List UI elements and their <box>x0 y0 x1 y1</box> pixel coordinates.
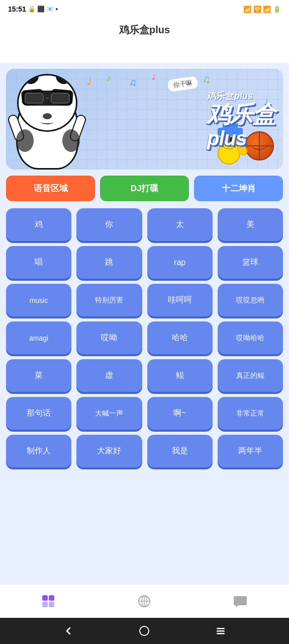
main-content: ♩ ♪ ♫ ♩ ♪ ♫ ♩ ♪ 你干嘛 鸡乐盒plus 鸡乐盒plus <box>0 63 289 584</box>
sound-btn-11[interactable]: 哎哎忽哟 <box>218 284 283 316</box>
sound-btn-25[interactable]: 大家好 <box>76 435 142 467</box>
nav-chat[interactable] <box>223 592 258 611</box>
nav-discover[interactable] <box>127 592 162 611</box>
music-note-1: ♩ <box>86 75 91 88</box>
sound-btn-21[interactable]: 大喊一声 <box>76 397 142 430</box>
banner: ♩ ♪ ♫ ♩ ♪ ♫ ♩ ♪ 你干嘛 鸡乐盒plus 鸡乐盒plus <box>6 69 283 170</box>
music-note-8: ♪ <box>274 109 278 117</box>
svg-rect-23 <box>217 633 225 634</box>
sound-btn-3[interactable]: 美 <box>218 208 283 241</box>
sound-btn-1[interactable]: 你 <box>76 208 142 241</box>
category-zodiac[interactable]: 十二坤肖 <box>194 176 283 201</box>
sys-menu-button[interactable] <box>214 624 228 638</box>
svg-rect-15 <box>49 602 54 607</box>
svg-point-20 <box>140 626 149 635</box>
sound-btn-20[interactable]: 那句话 <box>6 397 71 430</box>
sound-btn-12[interactable]: amagi <box>6 321 71 354</box>
chat-icon <box>233 594 248 609</box>
sys-back-button[interactable] <box>61 624 75 638</box>
sound-grid: 鸡你太美唱跳rap篮球music特别厉害哇呵呵哎哎忽哟amagi哎呦哈哈哎呦哈哈… <box>6 208 283 467</box>
sound-btn-24[interactable]: 制作人 <box>6 435 71 467</box>
sound-btn-18[interactable]: 鲲 <box>147 359 213 392</box>
sound-btn-4[interactable]: 唱 <box>6 246 71 279</box>
svg-rect-22 <box>217 630 225 632</box>
svg-rect-13 <box>49 595 54 601</box>
category-voice[interactable]: 语音区域 <box>6 176 95 201</box>
status-right-icons: 📶 🛜 📶 🔋 <box>243 6 281 13</box>
sys-home-button[interactable] <box>137 624 151 638</box>
sound-btn-15[interactable]: 哎呦哈哈 <box>218 321 283 354</box>
svg-rect-12 <box>42 595 48 601</box>
sound-btn-9[interactable]: 特别厉害 <box>76 284 142 316</box>
cloud-decoration <box>0 43 289 63</box>
sound-btn-13[interactable]: 哎呦 <box>76 321 142 354</box>
sound-btn-2[interactable]: 太 <box>147 208 213 241</box>
music-note-2: ♪ <box>107 73 111 84</box>
banner-title: 鸡乐盒plus 鸡乐盒plus <box>207 92 275 149</box>
category-dj[interactable]: DJ打碟 <box>100 176 189 201</box>
sound-btn-5[interactable]: 跳 <box>76 246 142 279</box>
sound-btn-7[interactable]: 篮球 <box>218 246 283 279</box>
music-note-3: ♫ <box>129 76 137 88</box>
status-icons: 🔒 ⬛ 📧 • <box>28 6 58 13</box>
music-note-4: ♩ <box>152 72 156 82</box>
sound-btn-23[interactable]: 非常正常 <box>218 397 283 430</box>
app-title: 鸡乐盒plus <box>119 24 170 35</box>
system-nav <box>0 618 289 644</box>
discover-icon <box>137 594 152 609</box>
sound-btn-8[interactable]: music <box>6 284 71 316</box>
sound-btn-14[interactable]: 哈哈 <box>147 321 213 354</box>
sound-btn-16[interactable]: 菜 <box>6 359 71 392</box>
sound-btn-22[interactable]: 啊~ <box>147 397 213 430</box>
bottom-nav <box>0 584 289 618</box>
app-header: 鸡乐盒plus <box>0 18 289 43</box>
sound-btn-10[interactable]: 哇呵呵 <box>147 284 213 316</box>
sound-btn-27[interactable]: 两年半 <box>218 435 283 467</box>
sound-btn-0[interactable]: 鸡 <box>6 208 71 241</box>
sound-btn-6[interactable]: rap <box>147 246 213 279</box>
svg-rect-14 <box>42 602 48 607</box>
music-note-6: ♫ <box>202 73 211 86</box>
nav-home[interactable] <box>31 592 66 611</box>
sound-btn-26[interactable]: 我是 <box>147 435 213 467</box>
status-time: 15:51 <box>8 5 26 13</box>
status-bar: 15:51 🔒 ⬛ 📧 • 📶 🛜 📶 🔋 <box>0 0 289 18</box>
category-row: 语音区域 DJ打碟 十二坤肖 <box>6 176 283 201</box>
sound-btn-17[interactable]: 虚 <box>76 359 142 392</box>
svg-rect-21 <box>217 628 225 629</box>
sound-btn-19[interactable]: 真正的鲲 <box>218 359 283 392</box>
panda-character <box>11 74 84 170</box>
home-icon <box>41 594 56 609</box>
